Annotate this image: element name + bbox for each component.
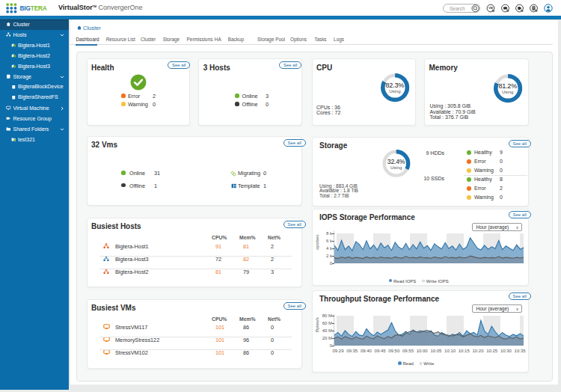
svg-text:+: + [492, 9, 494, 12]
svg-text:+: + [507, 9, 509, 12]
svg-text:+: + [536, 9, 537, 12]
svg-text:+: + [521, 9, 523, 12]
